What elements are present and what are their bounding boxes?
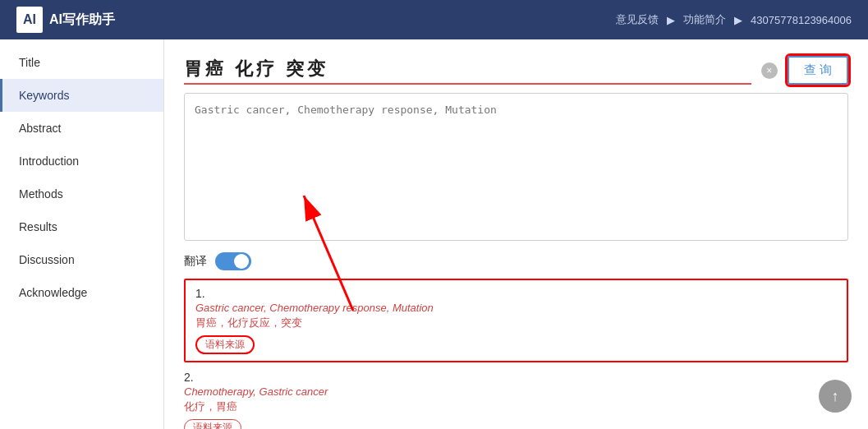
sidebar-item-acknowledge[interactable]: Acknowledge	[0, 276, 163, 309]
translate-row: 翻译	[184, 252, 848, 270]
nav-arrow-2: ▶	[734, 14, 742, 26]
nav-arrow-1: ▶	[667, 14, 675, 26]
sidebar-item-results[interactable]: Results	[0, 210, 163, 243]
result-number-2: 2.	[184, 371, 848, 384]
keywords-title: 胃癌 化疗 突变	[184, 57, 751, 85]
query-button[interactable]: 查 询	[788, 56, 848, 85]
scroll-up-button[interactable]: ↑	[819, 380, 852, 413]
sidebar-item-introduction[interactable]: Introduction	[0, 145, 163, 178]
features-link[interactable]: 功能简介	[683, 12, 726, 27]
result-number-1: 1.	[195, 287, 837, 300]
clear-button[interactable]: ×	[761, 62, 778, 79]
user-id: 43075778123964006	[751, 14, 852, 26]
logo-text: AI写作助手	[49, 12, 115, 29]
results-area: 1. Gastric cancer, Chemotherapy response…	[184, 279, 848, 429]
keywords-textarea[interactable]	[184, 93, 848, 241]
source-tag-1[interactable]: 语料来源	[195, 335, 255, 354]
main-layout: Title Keywords Abstract Introduction Met…	[0, 39, 868, 429]
header-nav: 意见反馈 ▶ 功能简介 ▶ 43075778123964006	[616, 12, 852, 27]
result-zh-2: 化疗，胃癌	[184, 399, 848, 414]
feedback-link[interactable]: 意见反馈	[616, 12, 659, 27]
sidebar-item-keywords[interactable]: Keywords	[0, 79, 163, 112]
sidebar-item-abstract[interactable]: Abstract	[0, 112, 163, 145]
content-area: 胃癌 化疗 突变 × 查 询 翻译 1.	[164, 39, 868, 429]
result-zh-1: 胃癌，化疗反应，突变	[195, 316, 837, 330]
keywords-input-row: 胃癌 化疗 突变 × 查 询	[184, 56, 848, 85]
sidebar-item-title[interactable]: Title	[0, 46, 163, 79]
app-header: AI AI写作助手 意见反馈 ▶ 功能简介 ▶ 4307577812396400…	[0, 0, 868, 39]
logo-icon: AI	[16, 7, 43, 33]
translate-toggle[interactable]	[215, 252, 251, 270]
result-en-2: Chemotherapy, Gastric cancer	[184, 385, 848, 398]
sidebar: Title Keywords Abstract Introduction Met…	[0, 39, 164, 429]
result-item-2: 2. Chemotherapy, Gastric cancer 化疗，胃癌 语料…	[184, 371, 848, 429]
logo: AI AI写作助手	[16, 7, 115, 33]
sidebar-item-discussion[interactable]: Discussion	[0, 243, 163, 276]
result-item-1: 1. Gastric cancer, Chemotherapy response…	[184, 279, 848, 362]
result-en-1: Gastric cancer, Chemotherapy response, M…	[195, 302, 837, 314]
sidebar-item-methods[interactable]: Methods	[0, 178, 163, 210]
source-tag-2[interactable]: 语料来源	[184, 419, 241, 429]
translate-label: 翻译	[184, 254, 207, 269]
